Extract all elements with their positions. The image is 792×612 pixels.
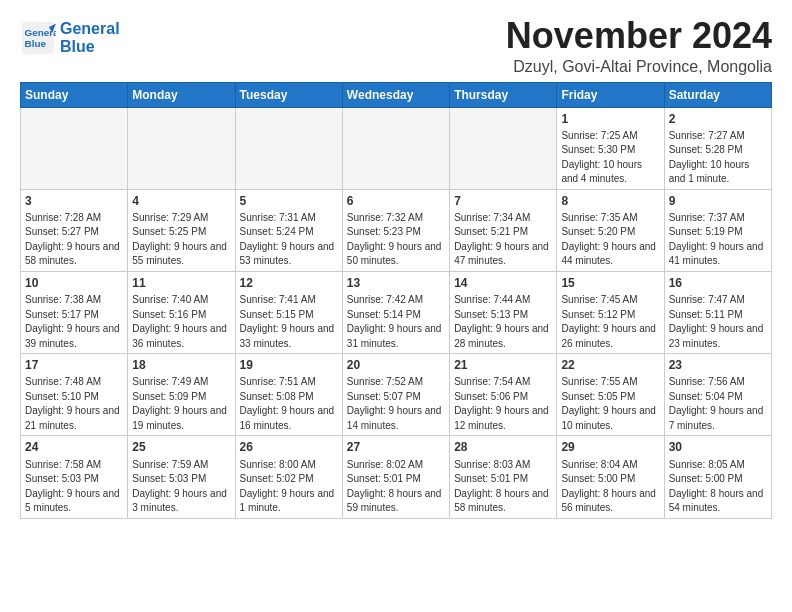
calendar-week-row: 3Sunrise: 7:28 AM Sunset: 5:27 PM Daylig… bbox=[21, 189, 772, 271]
day-info: Sunrise: 7:47 AM Sunset: 5:11 PM Dayligh… bbox=[669, 294, 766, 349]
day-info: Sunrise: 8:04 AM Sunset: 5:00 PM Dayligh… bbox=[561, 459, 658, 514]
day-info: Sunrise: 7:51 AM Sunset: 5:08 PM Dayligh… bbox=[240, 376, 337, 431]
weekday-header: Thursday bbox=[450, 82, 557, 107]
day-number: 8 bbox=[561, 193, 659, 209]
day-number: 3 bbox=[25, 193, 123, 209]
logo: General Blue General Blue bbox=[20, 20, 120, 56]
calendar-day-cell: 9Sunrise: 7:37 AM Sunset: 5:19 PM Daylig… bbox=[664, 189, 771, 271]
day-info: Sunrise: 7:40 AM Sunset: 5:16 PM Dayligh… bbox=[132, 294, 229, 349]
calendar-day-cell: 10Sunrise: 7:38 AM Sunset: 5:17 PM Dayli… bbox=[21, 271, 128, 353]
calendar-day-cell: 26Sunrise: 8:00 AM Sunset: 5:02 PM Dayli… bbox=[235, 436, 342, 518]
weekday-header: Tuesday bbox=[235, 82, 342, 107]
weekday-header: Monday bbox=[128, 82, 235, 107]
day-info: Sunrise: 7:35 AM Sunset: 5:20 PM Dayligh… bbox=[561, 212, 658, 267]
weekday-header: Sunday bbox=[21, 82, 128, 107]
day-info: Sunrise: 8:02 AM Sunset: 5:01 PM Dayligh… bbox=[347, 459, 444, 514]
day-info: Sunrise: 8:03 AM Sunset: 5:01 PM Dayligh… bbox=[454, 459, 551, 514]
calendar-day-cell: 13Sunrise: 7:42 AM Sunset: 5:14 PM Dayli… bbox=[342, 271, 449, 353]
day-info: Sunrise: 7:28 AM Sunset: 5:27 PM Dayligh… bbox=[25, 212, 122, 267]
day-info: Sunrise: 7:49 AM Sunset: 5:09 PM Dayligh… bbox=[132, 376, 229, 431]
calendar-day-cell bbox=[21, 107, 128, 189]
calendar-day-cell: 22Sunrise: 7:55 AM Sunset: 5:05 PM Dayli… bbox=[557, 354, 664, 436]
title-area: November 2024 Dzuyl, Govi-Altai Province… bbox=[506, 16, 772, 76]
logo-text-general: General bbox=[60, 20, 120, 38]
day-info: Sunrise: 8:05 AM Sunset: 5:00 PM Dayligh… bbox=[669, 459, 766, 514]
day-number: 19 bbox=[240, 357, 338, 373]
calendar-day-cell: 6Sunrise: 7:32 AM Sunset: 5:23 PM Daylig… bbox=[342, 189, 449, 271]
day-number: 22 bbox=[561, 357, 659, 373]
day-number: 28 bbox=[454, 439, 552, 455]
day-number: 2 bbox=[669, 111, 767, 127]
calendar-day-cell: 8Sunrise: 7:35 AM Sunset: 5:20 PM Daylig… bbox=[557, 189, 664, 271]
weekday-header: Saturday bbox=[664, 82, 771, 107]
day-info: Sunrise: 8:00 AM Sunset: 5:02 PM Dayligh… bbox=[240, 459, 337, 514]
calendar-day-cell: 14Sunrise: 7:44 AM Sunset: 5:13 PM Dayli… bbox=[450, 271, 557, 353]
day-number: 1 bbox=[561, 111, 659, 127]
day-info: Sunrise: 7:34 AM Sunset: 5:21 PM Dayligh… bbox=[454, 212, 551, 267]
calendar-day-cell: 12Sunrise: 7:41 AM Sunset: 5:15 PM Dayli… bbox=[235, 271, 342, 353]
page-container: General Blue General Blue November 2024 … bbox=[0, 0, 792, 529]
day-info: Sunrise: 7:42 AM Sunset: 5:14 PM Dayligh… bbox=[347, 294, 444, 349]
logo-icon: General Blue bbox=[20, 20, 56, 56]
month-title: November 2024 bbox=[506, 16, 772, 56]
day-info: Sunrise: 7:44 AM Sunset: 5:13 PM Dayligh… bbox=[454, 294, 551, 349]
day-number: 11 bbox=[132, 275, 230, 291]
day-number: 20 bbox=[347, 357, 445, 373]
svg-text:Blue: Blue bbox=[25, 38, 47, 49]
day-number: 18 bbox=[132, 357, 230, 373]
calendar-header-row: SundayMondayTuesdayWednesdayThursdayFrid… bbox=[21, 82, 772, 107]
day-info: Sunrise: 7:27 AM Sunset: 5:28 PM Dayligh… bbox=[669, 130, 752, 185]
calendar-day-cell: 15Sunrise: 7:45 AM Sunset: 5:12 PM Dayli… bbox=[557, 271, 664, 353]
day-number: 14 bbox=[454, 275, 552, 291]
calendar-table: SundayMondayTuesdayWednesdayThursdayFrid… bbox=[20, 82, 772, 519]
calendar-day-cell: 30Sunrise: 8:05 AM Sunset: 5:00 PM Dayli… bbox=[664, 436, 771, 518]
calendar-day-cell: 4Sunrise: 7:29 AM Sunset: 5:25 PM Daylig… bbox=[128, 189, 235, 271]
location-subtitle: Dzuyl, Govi-Altai Province, Mongolia bbox=[506, 58, 772, 76]
day-number: 26 bbox=[240, 439, 338, 455]
day-info: Sunrise: 7:56 AM Sunset: 5:04 PM Dayligh… bbox=[669, 376, 766, 431]
calendar-day-cell: 3Sunrise: 7:28 AM Sunset: 5:27 PM Daylig… bbox=[21, 189, 128, 271]
day-info: Sunrise: 7:38 AM Sunset: 5:17 PM Dayligh… bbox=[25, 294, 122, 349]
day-number: 21 bbox=[454, 357, 552, 373]
calendar-day-cell bbox=[450, 107, 557, 189]
calendar-day-cell: 28Sunrise: 8:03 AM Sunset: 5:01 PM Dayli… bbox=[450, 436, 557, 518]
day-info: Sunrise: 7:54 AM Sunset: 5:06 PM Dayligh… bbox=[454, 376, 551, 431]
header: General Blue General Blue November 2024 … bbox=[20, 16, 772, 76]
logo-text-blue: Blue bbox=[60, 38, 120, 56]
calendar-day-cell: 29Sunrise: 8:04 AM Sunset: 5:00 PM Dayli… bbox=[557, 436, 664, 518]
day-number: 10 bbox=[25, 275, 123, 291]
calendar-day-cell: 25Sunrise: 7:59 AM Sunset: 5:03 PM Dayli… bbox=[128, 436, 235, 518]
calendar-day-cell: 21Sunrise: 7:54 AM Sunset: 5:06 PM Dayli… bbox=[450, 354, 557, 436]
day-info: Sunrise: 7:55 AM Sunset: 5:05 PM Dayligh… bbox=[561, 376, 658, 431]
day-info: Sunrise: 7:37 AM Sunset: 5:19 PM Dayligh… bbox=[669, 212, 766, 267]
calendar-week-row: 17Sunrise: 7:48 AM Sunset: 5:10 PM Dayli… bbox=[21, 354, 772, 436]
calendar-day-cell: 2Sunrise: 7:27 AM Sunset: 5:28 PM Daylig… bbox=[664, 107, 771, 189]
day-info: Sunrise: 7:45 AM Sunset: 5:12 PM Dayligh… bbox=[561, 294, 658, 349]
calendar-week-row: 10Sunrise: 7:38 AM Sunset: 5:17 PM Dayli… bbox=[21, 271, 772, 353]
calendar-day-cell: 5Sunrise: 7:31 AM Sunset: 5:24 PM Daylig… bbox=[235, 189, 342, 271]
calendar-week-row: 1Sunrise: 7:25 AM Sunset: 5:30 PM Daylig… bbox=[21, 107, 772, 189]
day-number: 15 bbox=[561, 275, 659, 291]
calendar-day-cell: 16Sunrise: 7:47 AM Sunset: 5:11 PM Dayli… bbox=[664, 271, 771, 353]
calendar-day-cell: 19Sunrise: 7:51 AM Sunset: 5:08 PM Dayli… bbox=[235, 354, 342, 436]
calendar-day-cell: 27Sunrise: 8:02 AM Sunset: 5:01 PM Dayli… bbox=[342, 436, 449, 518]
day-info: Sunrise: 7:41 AM Sunset: 5:15 PM Dayligh… bbox=[240, 294, 337, 349]
day-number: 9 bbox=[669, 193, 767, 209]
calendar-day-cell: 20Sunrise: 7:52 AM Sunset: 5:07 PM Dayli… bbox=[342, 354, 449, 436]
weekday-header: Friday bbox=[557, 82, 664, 107]
day-number: 4 bbox=[132, 193, 230, 209]
day-number: 6 bbox=[347, 193, 445, 209]
day-number: 24 bbox=[25, 439, 123, 455]
calendar-day-cell: 18Sunrise: 7:49 AM Sunset: 5:09 PM Dayli… bbox=[128, 354, 235, 436]
calendar-day-cell: 11Sunrise: 7:40 AM Sunset: 5:16 PM Dayli… bbox=[128, 271, 235, 353]
calendar-day-cell: 23Sunrise: 7:56 AM Sunset: 5:04 PM Dayli… bbox=[664, 354, 771, 436]
calendar-day-cell bbox=[235, 107, 342, 189]
day-number: 29 bbox=[561, 439, 659, 455]
day-info: Sunrise: 7:59 AM Sunset: 5:03 PM Dayligh… bbox=[132, 459, 229, 514]
calendar-day-cell: 1Sunrise: 7:25 AM Sunset: 5:30 PM Daylig… bbox=[557, 107, 664, 189]
day-number: 12 bbox=[240, 275, 338, 291]
day-number: 7 bbox=[454, 193, 552, 209]
day-info: Sunrise: 7:32 AM Sunset: 5:23 PM Dayligh… bbox=[347, 212, 444, 267]
calendar-day-cell bbox=[342, 107, 449, 189]
day-info: Sunrise: 7:29 AM Sunset: 5:25 PM Dayligh… bbox=[132, 212, 229, 267]
